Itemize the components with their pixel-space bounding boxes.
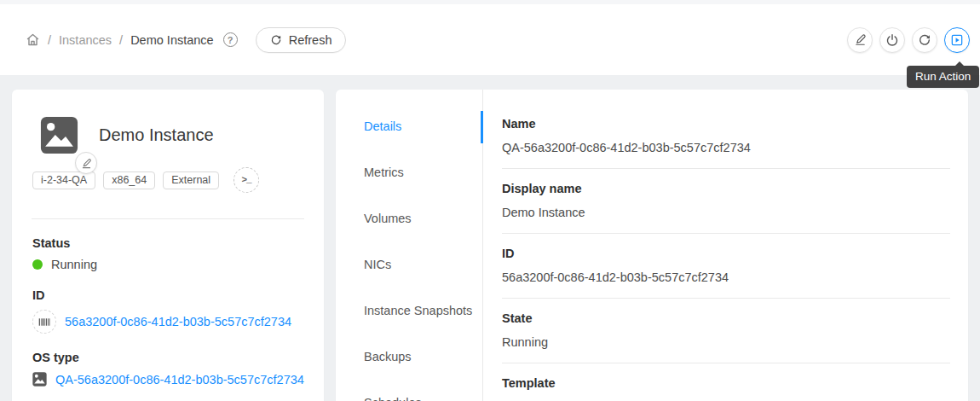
detail-value: Demo Instance	[502, 204, 950, 222]
tab-metrics[interactable]: Metrics	[336, 160, 482, 185]
instance-image-icon	[40, 116, 78, 154]
tab-nics[interactable]: NICs	[336, 252, 482, 277]
run-action-button[interactable]	[944, 27, 970, 53]
status-value: Running	[51, 258, 97, 271]
header-action-buttons	[847, 27, 970, 53]
breadcrumb-separator: /	[48, 33, 51, 47]
page-header: / Instances / Demo Instance ? Refresh	[0, 4, 980, 75]
status-block: Status Running	[32, 236, 303, 271]
edit-icon-button[interactable]	[75, 152, 97, 174]
barcode-icon	[32, 310, 56, 334]
help-icon[interactable]: ?	[223, 32, 238, 47]
breadcrumb-separator: /	[119, 33, 123, 47]
instance-id-link[interactable]: 56a3200f-0c86-41d2-b03b-5c57c7cf2734	[65, 315, 291, 328]
tab-schedules[interactable]: Schedules	[336, 390, 482, 401]
os-type-link[interactable]: QA-56a3200f-0c86-41d2-b03b-5c57c7cf2734	[55, 373, 304, 386]
breadcrumb-item-instances[interactable]: Instances	[59, 33, 112, 47]
status-label: Status	[32, 236, 303, 250]
os-image-icon	[32, 372, 47, 386]
instance-title-row: Demo Instance	[32, 116, 303, 154]
detail-row-display-name: Display name Demo Instance	[502, 169, 950, 234]
tag-architecture: x86_64	[103, 171, 155, 189]
active-tab-indicator	[481, 111, 483, 143]
detail-value: 56a3200f-0c86-41d2-b03b-5c57c7cf2734	[502, 269, 950, 287]
os-type-label: OS type	[32, 351, 303, 364]
instance-title: Demo Instance	[99, 125, 214, 145]
detail-label: Name	[502, 115, 950, 133]
refresh-button[interactable]: Refresh	[256, 27, 347, 53]
id-label: ID	[32, 288, 303, 302]
edit-button[interactable]	[847, 27, 873, 53]
detail-row-template: Template DemoExtTemp-1	[502, 363, 950, 401]
detail-row-state: State Running	[502, 299, 950, 363]
home-icon[interactable]	[26, 32, 40, 47]
detail-label: ID	[502, 245, 950, 263]
instance-tags: i-2-34-QA x86_64 External >_	[32, 167, 303, 193]
breadcrumb: / Instances / Demo Instance ? Refresh	[26, 27, 346, 53]
detail-row-name: Name QA-56a3200f-0c86-41d2-b03b-5c57c7cf…	[502, 115, 950, 169]
detail-value: QA-56a3200f-0c86-41d2-b03b-5c57c7cf2734	[502, 139, 950, 157]
details-tab-nav: Details Metrics Volumes NICs Instance Sn…	[336, 90, 483, 401]
tab-volumes[interactable]: Volumes	[336, 206, 482, 231]
power-stop-button[interactable]	[879, 27, 905, 53]
instance-summary-card: Demo Instance i-2-34-QA x86_64 External …	[12, 90, 324, 401]
reload-icon	[270, 34, 282, 46]
console-button[interactable]: >_	[233, 167, 259, 193]
status-dot-icon	[32, 259, 43, 270]
detail-label: Template	[502, 375, 950, 392]
refresh-label: Refresh	[289, 33, 332, 47]
reboot-icon-button[interactable]	[912, 27, 937, 53]
detail-value: Running	[502, 334, 950, 352]
run-action-tooltip: Run Action	[907, 66, 979, 88]
details-pane: Name QA-56a3200f-0c86-41d2-b03b-5c57c7cf…	[483, 90, 968, 401]
detail-label: Display name	[502, 180, 950, 198]
tab-details[interactable]: Details	[336, 113, 482, 139]
detail-row-id: ID 56a3200f-0c86-41d2-b03b-5c57c7cf2734	[502, 234, 950, 299]
id-block: ID 56a3200f-0c	[32, 288, 303, 334]
tab-backups[interactable]: Backups	[336, 344, 482, 369]
main-content: Demo Instance i-2-34-QA x86_64 External …	[0, 75, 980, 401]
breadcrumb-item-current: Demo Instance	[130, 33, 214, 47]
tab-instance-snapshots[interactable]: Instance Snapshots	[336, 298, 482, 323]
card-divider	[32, 218, 304, 219]
detail-label: State	[502, 310, 950, 328]
instance-details-card: Details Metrics Volumes NICs Instance Sn…	[336, 90, 968, 401]
tag-hypervisor: External	[163, 171, 219, 189]
os-type-block: OS type QA-56a3200f-0c86-41d2-b03b-5c57c…	[32, 351, 303, 386]
